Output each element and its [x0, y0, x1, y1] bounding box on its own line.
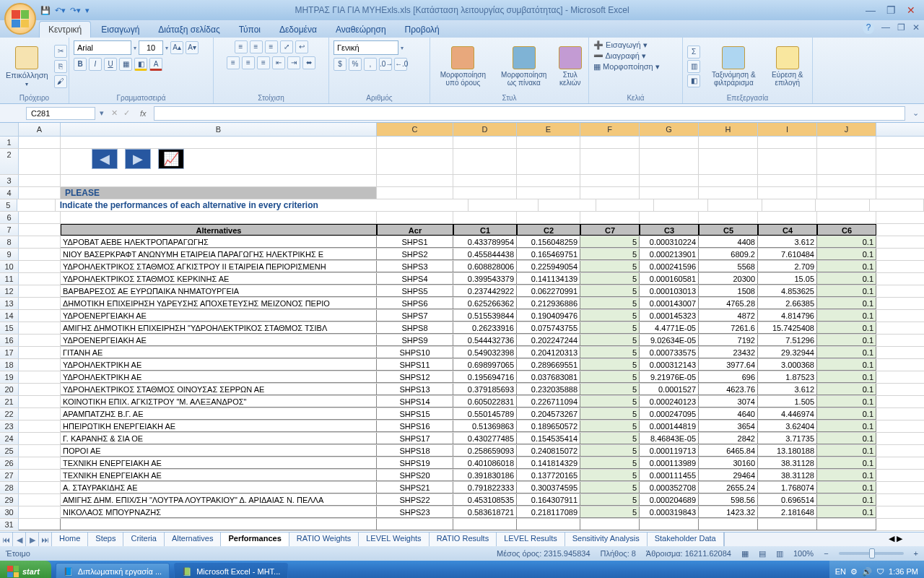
acr[interactable]: SHPS6 [377, 298, 453, 309]
c5[interactable]: 4408 [699, 236, 758, 248]
save-icon[interactable]: 💾 [40, 6, 51, 15]
formula-input[interactable] [154, 106, 905, 121]
cell[interactable] [19, 322, 61, 334]
format-painter-icon[interactable]: 🖌 [54, 75, 67, 88]
c6[interactable]: 0.1 [817, 285, 876, 297]
alt-name[interactable]: ΥΔΡΟΕΝΕΡΓΕΙΑΚΗ ΑΕ [61, 335, 377, 346]
c2[interactable]: 0.225949054 [517, 261, 580, 272]
c3[interactable]: 0.000113989 [640, 457, 699, 469]
cell[interactable] [377, 187, 453, 199]
select-all-corner[interactable] [0, 123, 19, 136]
cell[interactable] [817, 137, 876, 148]
cell[interactable] [699, 519, 758, 530]
cell[interactable] [640, 149, 699, 174]
sheet-tab-home[interactable]: Home [52, 532, 88, 546]
comma-icon[interactable]: , [364, 58, 377, 71]
tab-view[interactable]: Προβολή [396, 22, 448, 38]
cell[interactable] [19, 420, 61, 432]
indent-inc-icon[interactable]: ⇥ [287, 56, 300, 69]
c4[interactable]: 7.610484 [758, 249, 817, 260]
row-header[interactable]: 25 [0, 445, 19, 457]
cell[interactable] [517, 149, 580, 174]
c4[interactable]: 3.000368 [758, 359, 817, 371]
cell[interactable] [539, 199, 596, 211]
c3[interactable]: 0.000312143 [640, 359, 699, 371]
c2[interactable]: 0.232035888 [517, 384, 580, 395]
c2[interactable]: 0.165469751 [517, 249, 580, 260]
c3[interactable]: 4.4771E-05 [640, 322, 699, 334]
tray-lang-icon[interactable]: EN [835, 567, 846, 576]
acr[interactable]: SHPS12 [377, 371, 453, 383]
view-break-icon[interactable]: ▥ [776, 549, 783, 558]
alt-name[interactable]: ΥΔΡΟΗΛΕΚΤΡΙΚΟΣ ΣΤΑΘΜΟΣ ΟΙΝΟΥΣΑΣ ΣΕΡΡΩΝ Α… [61, 384, 377, 395]
col-header-G[interactable]: G [640, 123, 699, 136]
tab-nav-prev-icon[interactable]: ◀ [13, 532, 26, 546]
c2[interactable]: 0.300374595 [517, 482, 580, 493]
cell[interactable] [640, 519, 699, 530]
cell[interactable] [19, 310, 61, 322]
clear-icon[interactable]: ◧ [687, 74, 700, 87]
c2[interactable]: 0.226711094 [517, 396, 580, 407]
c3[interactable]: 0.000144819 [640, 420, 699, 432]
alt-name[interactable]: ΗΠΕΙΡΩΤΙΚΗ ΕΝΕΡΓΕΙΑΚΗ ΑΕ [61, 420, 377, 432]
help-icon[interactable]: ? [863, 22, 874, 34]
horizontal-scrollbar[interactable]: ◀ ▶ [724, 532, 924, 546]
c5[interactable]: 30160 [699, 457, 758, 469]
cell[interactable] [19, 359, 61, 371]
tab-formulas[interactable]: Τύποι [230, 22, 269, 38]
cell[interactable] [640, 187, 699, 199]
alt-name[interactable]: ΥΔΡΟΒΑΤ ΑΕΒΕ ΗΛΕΚΤΡΟΠΑΡΑΓΩΓΗΣ [61, 236, 377, 248]
c1[interactable]: 0.258659093 [453, 445, 517, 457]
c3[interactable]: 0.000240123 [640, 396, 699, 407]
cell[interactable] [817, 149, 876, 174]
c2[interactable]: 0.212936886 [517, 298, 580, 309]
acr[interactable]: SHPS5 [377, 285, 453, 297]
c2[interactable]: 0.141134139 [517, 273, 580, 285]
cell[interactable] [19, 384, 61, 395]
c2[interactable]: 0.204573267 [517, 408, 580, 420]
acr[interactable]: SHPS10 [377, 347, 453, 358]
row-header[interactable]: 20 [0, 384, 19, 395]
c5[interactable]: 5568 [699, 261, 758, 272]
cell[interactable] [19, 137, 61, 148]
sheet-tab-level-results[interactable]: LEVEL Results [497, 532, 565, 546]
acr[interactable]: SHPS20 [377, 470, 453, 481]
c4[interactable]: 4.853625 [758, 285, 817, 297]
cell[interactable] [19, 212, 61, 223]
cell[interactable] [19, 433, 61, 444]
grow-font-icon[interactable]: A▴ [170, 41, 183, 54]
row-header[interactable]: 29 [0, 494, 19, 506]
cell[interactable] [19, 273, 61, 285]
cell[interactable] [453, 149, 517, 174]
alt-name[interactable]: ΔΗΜΟΤΙΚΗ ΕΠΙΧΕΙΡΗΣΗ ΥΔΡΕΥΣΗΣ ΑΠΟΧΕΤΕΥΣΗΣ… [61, 298, 377, 309]
row-header[interactable]: 24 [0, 433, 19, 444]
c7[interactable]: 5 [580, 371, 640, 383]
cell[interactable] [19, 445, 61, 457]
dec-decimal-icon[interactable]: ←.0 [394, 58, 407, 71]
c2[interactable]: 0.204120313 [517, 347, 580, 358]
acr[interactable]: SHPS7 [377, 310, 453, 322]
sheet-tab-alternatives[interactable]: Alternatives [165, 532, 221, 546]
cell[interactable] [580, 175, 640, 186]
c1[interactable]: 0.625266362 [453, 298, 517, 309]
c3[interactable]: 9.02634E-05 [640, 335, 699, 346]
cell[interactable] [699, 137, 758, 148]
c4[interactable]: 38.31128 [758, 470, 817, 481]
c7[interactable]: 5 [580, 494, 640, 506]
row-header[interactable]: 27 [0, 470, 19, 481]
cond-format-button[interactable]: Μορφοποίηση υπό όρους [435, 45, 492, 88]
c7[interactable]: 5 [580, 445, 640, 457]
c5[interactable]: 6809.2 [699, 249, 758, 260]
cell-styles-button[interactable]: Στυλ κελιών [557, 45, 584, 88]
c1[interactable]: 0.550145789 [453, 408, 517, 420]
acr[interactable]: SHPS23 [377, 506, 453, 518]
c4[interactable]: 3.62404 [758, 420, 817, 432]
acr[interactable]: SHPS22 [377, 494, 453, 506]
c5[interactable]: 2655.24 [699, 482, 758, 493]
c3[interactable]: 0.000733575 [640, 347, 699, 358]
cut-icon[interactable]: ✂ [54, 45, 67, 58]
c6[interactable]: 0.1 [817, 408, 876, 420]
sheet-tab-ratio-weights[interactable]: RATIO Weights [289, 532, 359, 546]
row-header[interactable]: 17 [0, 347, 19, 358]
c6[interactable]: 0.1 [817, 261, 876, 272]
